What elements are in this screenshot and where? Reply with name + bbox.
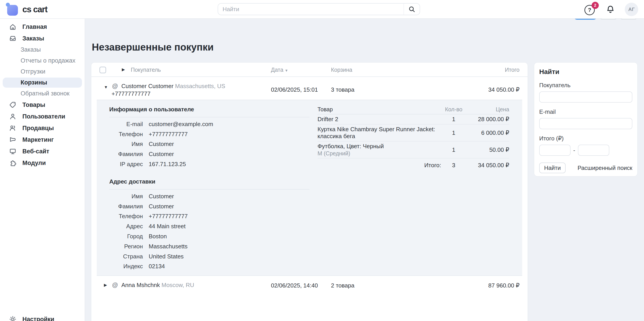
expand-row-icon[interactable]: ▶ — [104, 283, 107, 288]
header-total: Итого — [505, 67, 520, 73]
sidebar-item-label: Пользователи — [22, 113, 65, 120]
sidebar-item-customers[interactable]: Пользователи — [0, 111, 85, 122]
sidebar-item-label: Продавцы — [22, 125, 54, 132]
customer-location: Moscow, RU — [162, 282, 194, 288]
sidebar-item-label: Маркетинг — [22, 136, 54, 143]
logo-text: cs cart — [22, 5, 47, 14]
user-info-row: ФамилияCustomer — [109, 149, 310, 159]
sidebar-subitem-sales-reports[interactable]: Отчеты о продажах — [0, 55, 85, 66]
app-root: cs cart ? 2 АГ — [0, 0, 644, 321]
header-date-sort[interactable]: Дата▼ — [271, 67, 288, 73]
at-icon: @ — [112, 282, 118, 289]
at-icon: @ — [112, 83, 118, 90]
cart-date: 02/06/2025, 15:01 — [271, 86, 318, 93]
sidebar-item-label: Заказы — [22, 35, 44, 42]
total-field-label: Итого (₽) — [539, 135, 632, 142]
sidebar-item-home[interactable]: Главная — [0, 21, 85, 33]
sidebar-item-label: Товары — [22, 102, 45, 108]
tag-icon — [9, 101, 16, 109]
cart-row-2[interactable]: ▶ @ Anna Mshchnk Moscow, RU 02/06/2025, … — [91, 276, 528, 295]
select-all-checkbox[interactable] — [100, 67, 106, 73]
range-separator: - — [573, 147, 575, 154]
header-customer: Покупатель — [131, 67, 161, 73]
sidebar-subitem-shipments[interactable]: Отгрузки — [0, 66, 85, 77]
sidebar: Главная Заказы Заказы Отчеты о продажах … — [0, 19, 85, 321]
total-from-input[interactable] — [539, 145, 570, 156]
cart-item: Футболка, Цвет: Черный M (Средний) 1 50.… — [318, 142, 509, 159]
cart-item: Drifter 2 1 28 000.00 ₽ — [318, 115, 509, 125]
cart-total: 87 960.00 ₽ — [488, 282, 520, 289]
cart-count: 3 товара — [331, 86, 354, 93]
shipping-row: ИмяCustomer — [109, 191, 310, 201]
expand-all-icon[interactable]: ▶ — [122, 67, 125, 72]
shipping-row: ФамилияCustomer — [109, 201, 310, 211]
customer-phone: +77777777777 — [112, 90, 150, 97]
sidebar-item-label: Настройки — [22, 316, 54, 321]
email-link[interactable]: customer@example.com — [149, 121, 213, 128]
shipping-address-title: Адрес доставки — [109, 177, 310, 189]
notifications-bell-icon[interactable] — [606, 5, 615, 14]
email-search-input[interactable] — [539, 118, 632, 129]
customer-search-input[interactable] — [539, 91, 632, 103]
customer-details-column: Информация о пользователе E-mailcustomer… — [109, 105, 310, 271]
global-search — [218, 3, 420, 15]
sidebar-item-vendors[interactable]: Продавцы — [0, 122, 85, 134]
cart-items-table: Товар Кол-во Цена Drifter 2 1 28 000.00 … — [318, 105, 509, 170]
user-info-row: ИмяCustomer — [109, 139, 310, 149]
table-header: ▶ Покупатель Дата▼ Корзина Итого — [91, 63, 528, 77]
shipping-row: СтранаUnited States — [109, 251, 310, 262]
cart-item: Куртка Nike Chambray Super Runner Jacket… — [318, 125, 509, 142]
cs-cart-logo-icon — [7, 3, 18, 15]
abandoned-carts-table: ▶ Покупатель Дата▼ Корзина Итого ▼ @ Cus… — [91, 62, 528, 321]
phone-link[interactable]: +77777777777 — [149, 131, 188, 138]
user-info-row: E-mailcustomer@example.com — [109, 119, 310, 129]
search-panel: Найти Покупатель E-mail Итого (₽) - Найт… — [534, 62, 638, 176]
item-option: M (Средний) — [318, 150, 441, 157]
cart-row-1[interactable]: ▼ @ Customer Customer Massachusetts, US … — [91, 77, 528, 100]
topbar-icons: ? 2 АГ — [584, 0, 638, 19]
search-panel-title: Найти — [539, 68, 632, 76]
sidebar-subitem-orders[interactable]: Заказы — [0, 44, 85, 55]
sidebar-item-orders[interactable]: Заказы — [0, 33, 85, 44]
help-button[interactable]: ? 2 — [584, 3, 596, 15]
shipping-row: Индекс02134 — [109, 262, 310, 272]
customer-location: Massachusetts, US — [175, 83, 225, 89]
sidebar-item-settings[interactable]: Настройки — [0, 314, 85, 321]
home-icon — [9, 23, 16, 31]
sidebar-item-label: Веб-сайт — [22, 148, 49, 155]
find-button[interactable]: Найти — [539, 162, 566, 173]
shipping-row: Телефон+77777777777 — [109, 211, 310, 221]
global-search-input[interactable] — [218, 6, 404, 13]
search-icon — [408, 5, 416, 13]
sidebar-item-addons[interactable]: Модули — [0, 157, 85, 169]
customer-name: Anna Mshchnk Moscow, RU — [121, 282, 194, 289]
shipping-row: Адрес44 Main street — [109, 221, 310, 231]
users-icon — [9, 124, 16, 132]
cart-count: 2 товара — [331, 282, 354, 289]
shipping-row: РегионMassachusetts — [109, 241, 310, 251]
monitor-icon — [9, 148, 16, 155]
user-icon — [9, 113, 16, 120]
total-to-input[interactable] — [578, 145, 609, 156]
user-avatar[interactable]: АГ — [625, 3, 638, 16]
search-button[interactable] — [404, 3, 420, 15]
customer-field-label: Покупатель — [539, 82, 632, 89]
sidebar-item-label: Главная — [22, 23, 47, 30]
items-total-row: Итого: 3 34 050.00 ₽ — [318, 160, 509, 170]
user-info-row: IP адрес167.71.123.25 — [109, 159, 310, 169]
sidebar-item-label: Модули — [22, 160, 46, 166]
advanced-search-link[interactable]: Расширенный поиск — [578, 164, 632, 171]
sidebar-item-website[interactable]: Веб-сайт — [0, 146, 85, 157]
topbar: cs cart ? 2 АГ — [0, 0, 644, 19]
page-title: Незавершенные покупки — [92, 42, 214, 53]
sidebar-subitem-carts-active[interactable]: Корзины — [3, 78, 82, 88]
user-info-title: Информация о пользователе — [109, 105, 310, 117]
sidebar-item-marketing[interactable]: Маркетинг — [0, 134, 85, 146]
cart-total: 34 050.00 ₽ — [488, 86, 520, 93]
cs-cart-logo[interactable]: cs cart — [7, 3, 47, 15]
cart-date: 02/06/2025, 14:40 — [271, 282, 318, 289]
sidebar-item-products[interactable]: Товары — [0, 99, 85, 111]
collapse-row-icon[interactable]: ▼ — [104, 85, 108, 90]
customer-name: Customer Customer Massachusetts, US — [121, 83, 225, 90]
sidebar-subitem-call-requests[interactable]: Обратный звонок — [0, 88, 85, 99]
